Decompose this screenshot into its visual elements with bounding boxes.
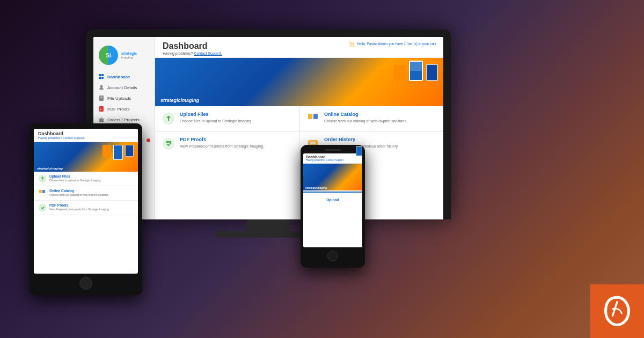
app-header: Dashboard Having problems? Contact Suppo… xyxy=(155,37,443,58)
brand-logo-icon xyxy=(601,295,633,327)
tablet-banner: strategicimaging xyxy=(34,142,138,172)
tablet-cards: Upload Files Choose files to upload to S… xyxy=(34,172,138,215)
tablet-card-pdf-desc: View Prepared print proofs from Strategi… xyxy=(49,208,109,211)
svg-rect-30 xyxy=(42,190,45,193)
phone-page-title: Dashboard xyxy=(306,155,360,159)
tablet-card-catalog-title: Online Catalog xyxy=(49,189,109,193)
pdf-proof-icon-wrap xyxy=(162,137,175,151)
tablet-book xyxy=(113,145,123,160)
svg-point-31 xyxy=(39,204,47,212)
pdf-icon: P xyxy=(99,106,104,112)
tablet-card-pdf[interactable]: PDF Proofs View Prepared print proofs fr… xyxy=(34,201,138,215)
box-icon xyxy=(99,117,104,122)
dashboard-cards: Upload Files Choose files to upload to S… xyxy=(155,106,443,156)
logo-text: strategic imaging xyxy=(121,51,137,60)
svg-rect-1 xyxy=(101,74,104,76)
logo-circle: Si xyxy=(99,46,118,65)
contact-support-link[interactable]: Contact Support. xyxy=(194,52,222,55)
svg-rect-5 xyxy=(99,95,104,101)
phone-upload-button[interactable]: Upload xyxy=(303,192,362,207)
sidebar-item-label: PDF Proofs xyxy=(107,107,129,112)
tablet-catalog-icon xyxy=(38,189,47,197)
tablet-banner-items xyxy=(103,145,134,160)
card-history-title: Order History xyxy=(324,137,399,142)
tablet-subtitle: Having problems? Contact Support. xyxy=(38,136,134,139)
monitor-stand-neck xyxy=(247,219,290,231)
sidebar-item-account[interactable]: Account Details xyxy=(93,82,155,93)
phone-home-button[interactable] xyxy=(327,251,338,261)
cart-link[interactable]: 1 Item(s) in your cart xyxy=(404,42,436,46)
pdf-proof-icon xyxy=(162,137,175,150)
svg-rect-3 xyxy=(101,77,104,79)
upload-icon-wrap xyxy=(162,112,175,126)
sidebar-item-label: File Uploads xyxy=(107,96,131,101)
tablet-app-header: Dashboard Having problems? Contact Suppo… xyxy=(34,129,138,142)
catalog-icon-wrap xyxy=(306,112,320,126)
tablet-home-button[interactable] xyxy=(79,277,92,290)
svg-point-18 xyxy=(350,46,352,47)
tablet-support-link[interactable]: Contact Support. xyxy=(63,136,85,139)
phone-banner-items xyxy=(356,153,362,156)
app-main-content: Dashboard Having problems? Contact Suppo… xyxy=(155,37,443,219)
app-logo: Si strategic imaging xyxy=(93,41,155,71)
svg-point-4 xyxy=(100,85,103,88)
sidebar-item-label: Dashboard xyxy=(107,75,130,79)
notification-badge xyxy=(147,138,150,142)
tablet-upload-icon xyxy=(38,174,47,183)
page-title: Dashboard xyxy=(163,41,222,51)
cart-icon xyxy=(349,41,355,47)
sidebar-item-dashboard[interactable]: Dashboard xyxy=(93,71,155,82)
sidebar-item-pdf-proofs[interactable]: P PDF Proofs xyxy=(93,104,155,114)
svg-point-19 xyxy=(353,46,354,47)
svg-rect-22 xyxy=(313,114,318,119)
tablet-book2 xyxy=(125,145,134,157)
svg-rect-2 xyxy=(99,77,101,79)
phone-device: Dashboard Having problems? Contact Suppo… xyxy=(301,145,365,268)
tablet-card-pdf-title: PDF Proofs xyxy=(49,203,109,207)
svg-rect-0 xyxy=(99,74,101,76)
tablet-card-upload-desc: Choose files to upload to Strategic Imag… xyxy=(49,179,101,182)
sidebar-item-file-uploads[interactable]: File Uploads xyxy=(93,93,155,104)
tablet-page-title: Dashboard xyxy=(38,131,134,136)
tablet-card-upload[interactable]: Upload Files Choose files to upload to S… xyxy=(34,172,138,186)
phone-banner-text: strategicimaging xyxy=(305,186,327,189)
brand-badge xyxy=(590,284,644,338)
sidebar-item-label: Orders / Projects xyxy=(107,117,140,122)
tablet-screen: Dashboard Having problems? Contact Suppo… xyxy=(34,129,138,274)
svg-point-23 xyxy=(163,138,174,150)
phone-bezel: Dashboard Having problems? Contact Suppo… xyxy=(301,145,365,268)
card-catalog-desc: Choose from our catalog of web-to-print … xyxy=(324,119,407,124)
phone-book xyxy=(356,153,362,156)
tablet-card-catalog[interactable]: Online Catalog Choose from our catalog o… xyxy=(34,186,138,201)
card-upload-files[interactable]: Upload Files Choose files to upload to S… xyxy=(155,106,299,131)
tablet-banner-text: strategicimaging xyxy=(37,167,63,170)
phone-speaker xyxy=(325,149,341,151)
banner-figure xyxy=(394,65,406,81)
banner-book xyxy=(409,61,423,81)
phone-subtitle: Having problems? Contact Support. xyxy=(306,159,360,161)
card-upload-desc: Choose files to upload to Strategic Imag… xyxy=(180,119,252,124)
promo-banner: strategicimaging xyxy=(155,58,443,106)
phone-support-link[interactable]: Contact Support. xyxy=(326,159,345,161)
tablet-pdf-icon xyxy=(38,203,47,212)
card-proofs-desc: View Prepared print proofs from Strategi… xyxy=(180,144,264,149)
card-upload-title: Upload Files xyxy=(180,112,252,117)
grid-icon xyxy=(99,74,104,79)
svg-rect-10 xyxy=(100,117,103,119)
user-icon xyxy=(99,85,104,90)
card-online-catalog[interactable]: Online Catalog Choose from our catalog o… xyxy=(299,106,443,131)
card-proofs-title: PDF Proofs xyxy=(180,137,264,142)
tablet-bezel: Dashboard Having problems? Contact Suppo… xyxy=(30,123,142,295)
svg-rect-9 xyxy=(99,119,104,122)
monitor-screen: Si strategic imaging Dashboard xyxy=(93,37,443,219)
phone-screen: Dashboard Having problems? Contact Suppo… xyxy=(303,153,362,247)
cart-info: Hello, Pastor Admin you have 1 Item(s) i… xyxy=(349,41,436,47)
card-pdf-proofs[interactable]: PDF Proofs View Prepared print proofs fr… xyxy=(155,131,299,156)
catalog-icon xyxy=(306,112,319,125)
file-icon xyxy=(99,95,104,101)
banner-book2 xyxy=(426,64,438,81)
banner-brand-text: strategicimaging xyxy=(160,98,199,103)
banner-decorations xyxy=(394,61,438,81)
tablet-figure xyxy=(103,145,111,158)
tablet-device: Dashboard Having problems? Contact Suppo… xyxy=(30,123,142,295)
